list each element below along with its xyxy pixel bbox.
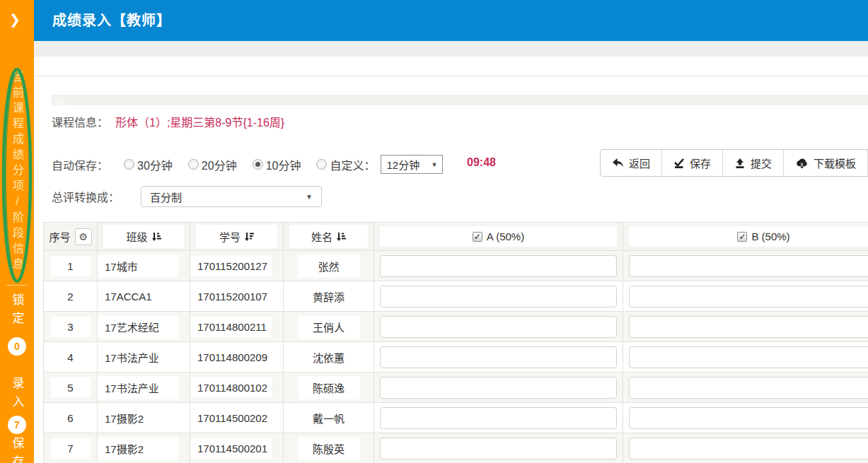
autosave-label: 自动保存： [52,156,108,173]
score-a-input[interactable] [380,286,617,307]
radio-10min-label: 10分钟 [266,156,301,173]
sort-asc-icon [152,232,161,241]
score-a-input[interactable] [380,255,617,277]
radio-30min[interactable]: 30分钟 [124,156,173,173]
sidebar-item-entered[interactable]: 录入 [8,377,26,414]
cell-score-b [623,433,868,463]
score-b-input[interactable] [629,286,868,307]
radio-icon[interactable] [124,159,134,170]
cell-student-id: 170114800102 [190,373,284,403]
radio-30min-label: 30分钟 [137,156,173,173]
cell-index: 5 [44,373,98,403]
reply-arrow-icon [612,158,624,168]
header-student-id-label: 学号 [219,229,241,244]
submit-button-label: 提交 [751,156,772,170]
table-row: 4 17书法产业 170114800209 沈依蕙 [44,342,868,373]
radio-custom[interactable]: 自定义： [316,156,375,173]
radio-20min[interactable]: 20分钟 [188,156,237,173]
table-row: 7 17摄影2 170114500201 陈殷英 [44,433,868,463]
score-b-input[interactable] [629,438,868,459]
back-button[interactable]: 返回 [601,150,661,176]
custom-interval-value: 12分钟 [386,157,419,172]
cell-student-id: 170114500201 [190,433,284,463]
score-a-input[interactable] [380,407,617,429]
cell-class: 17摄影2 [98,403,190,433]
score-b-input[interactable] [629,255,868,277]
sidebar-item-locked[interactable]: 锁定 [8,293,26,330]
header-student-id[interactable]: 学号 [190,223,284,251]
header-score-a: ✓ A (50%) [374,223,623,251]
radio-icon[interactable] [188,159,199,170]
chevron-right-icon[interactable]: ❯ [9,11,21,28]
score-b-input[interactable] [629,407,868,429]
autosave-row: 自动保存： 30分钟 20分钟 10分钟 自定义： 12分钟 ▼ [52,155,443,174]
cell-class: 17摄影2 [98,433,190,463]
autosave-progress-bar: 0% [52,95,868,105]
cell-score-b [623,251,868,281]
score-a-input[interactable] [380,438,617,459]
score-a-input[interactable] [380,377,617,399]
sort-asc-icon [337,232,346,241]
cell-index: 1 [44,251,98,281]
cell-score-b [623,312,868,342]
cell-index: 2 [44,281,98,312]
header-index: 序号 ⚙ [44,223,98,251]
cell-score-a [374,342,623,373]
dropdown-arrow-icon: ▼ [432,161,438,168]
cell-score-a [374,251,623,281]
submit-button[interactable]: 提交 [722,150,783,176]
cell-score-b [623,373,868,403]
course-info-label: 课程信息： [52,117,108,129]
header-class-label: 班级 [126,229,147,244]
sidebar-item-current-course-info[interactable]: 当前课程成绩分项/阶段信息 [8,71,25,274]
score-b-input[interactable] [629,316,868,338]
divider-line [34,57,868,76]
autosave-countdown: 09:48 [467,156,496,169]
table-row: 5 17书法产业 170114800102 陈硕逸 [44,373,868,403]
save-button[interactable]: 保存 [661,150,722,176]
cell-score-b [623,342,868,373]
grade-scale-value: 百分制 [150,189,182,204]
radio-10min[interactable]: 10分钟 [253,156,301,173]
table-row: 6 17摄影2 170114500202 戴一帆 [44,403,868,433]
custom-interval-select[interactable]: 12分钟 ▼ [381,155,443,174]
sidebar-item-saved[interactable]: 保存 [8,437,26,463]
radio-icon[interactable] [316,159,327,170]
page-title: 成绩录入【教师】 [34,0,868,41]
radio-selected-icon[interactable] [253,159,263,170]
gear-icon[interactable]: ⚙ [75,228,92,245]
download-template-button[interactable]: 下载模板 [783,150,867,176]
cell-score-b [623,403,868,433]
cell-student-id: 170114500202 [190,403,284,433]
cell-score-a [374,373,623,403]
score-b-input[interactable] [629,346,868,368]
table-body: 1 17城市 170115200127 张然 2 17ACCA1 1701152… [44,251,868,463]
col-a-checkbox[interactable]: ✓ [473,232,482,242]
students-table: 序号 ⚙ 班级 [43,222,868,463]
cell-score-b [623,281,868,312]
score-a-input[interactable] [380,346,617,368]
score-a-input[interactable] [380,316,617,338]
header-score-a-label: A (50%) [487,230,524,242]
table-row: 2 17ACCA1 170115200107 黄辞添 [44,281,868,312]
header-class[interactable]: 班级 [98,223,190,251]
progress-percent-label: 0% [52,98,65,106]
col-b-checkbox[interactable]: ✓ [737,232,747,242]
cell-name: 沈依蕙 [284,342,374,373]
cell-index: 4 [44,342,98,373]
cell-score-a [374,433,623,463]
dropdown-arrow-icon: ▼ [306,193,313,201]
upload-icon [734,158,746,169]
header-index-label: 序号 [49,229,70,244]
cell-student-id: 170114800209 [190,342,284,373]
cell-student-id: 170115200127 [190,251,284,281]
radio-20min-label: 20分钟 [202,156,237,173]
header-name[interactable]: 姓名 [284,223,374,251]
cell-class: 17书法产业 [98,342,190,373]
score-b-input[interactable] [629,377,868,399]
toolbar: 返回 保存 提交 [600,149,868,177]
locked-count-badge: 0 [8,337,26,356]
grade-entry-page: ❯ 当前课程成绩分项/阶段信息 锁定 0 录入 7 保存 成绩录入【教师】 0%… [0,0,868,463]
entered-count-badge: 7 [8,416,26,434]
grade-scale-select[interactable]: 百分制 ▼ [141,186,322,207]
